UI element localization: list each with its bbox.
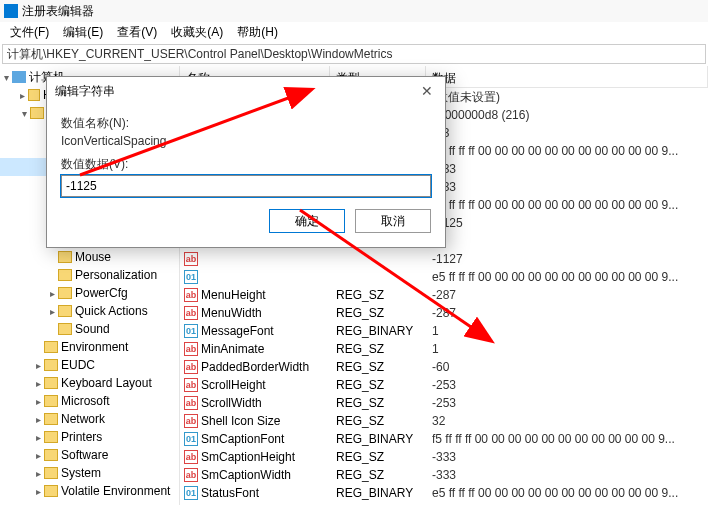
- tree-item[interactable]: ▸Quick Actions: [0, 302, 179, 320]
- folder-icon: [44, 431, 58, 443]
- value-row[interactable]: abSmCaptionHeightREG_SZ-333: [180, 448, 708, 466]
- value-row[interactable]: abPaddedBorderWidthREG_SZ-60: [180, 358, 708, 376]
- value-row[interactable]: 01StatusFontREG_BINARYe5 ff ff ff 00 00 …: [180, 484, 708, 502]
- menu-file[interactable]: 文件(F): [4, 22, 55, 43]
- value-name-readonly: IconVerticalSpacing: [61, 134, 431, 148]
- tree-item[interactable]: ▸Keyboard Layout: [0, 374, 179, 392]
- tree-item[interactable]: ▸EUDC: [0, 356, 179, 374]
- address-bar[interactable]: 计算机\HKEY_CURRENT_USER\Control Panel\Desk…: [2, 44, 706, 64]
- edit-string-dialog: 编辑字符串 ✕ 数值名称(N): IconVerticalSpacing 数值数…: [46, 76, 446, 248]
- tree-item[interactable]: ▸Microsoft: [0, 392, 179, 410]
- value-string-icon: ab: [184, 252, 198, 266]
- value-string-icon: ab: [184, 288, 198, 302]
- value-row[interactable]: 01SmCaptionFontREG_BINARYf5 ff ff ff 00 …: [180, 430, 708, 448]
- menubar: 文件(F) 编辑(E) 查看(V) 收藏夹(A) 帮助(H): [0, 22, 708, 42]
- menu-edit[interactable]: 编辑(E): [57, 22, 109, 43]
- value-string-icon: ab: [184, 414, 198, 428]
- folder-icon: [44, 413, 58, 425]
- value-binary-icon: 01: [184, 270, 198, 284]
- window-title: 注册表编辑器: [22, 3, 94, 20]
- tree-item[interactable]: ▸PowerCfg: [0, 284, 179, 302]
- window-titlebar: 注册表编辑器: [0, 0, 708, 22]
- value-string-icon: ab: [184, 342, 198, 356]
- value-row[interactable]: abScrollHeightREG_SZ-253: [180, 376, 708, 394]
- value-row[interactable]: abMenuWidthREG_SZ-287: [180, 304, 708, 322]
- tree-item[interactable]: Sound: [0, 320, 179, 338]
- value-row[interactable]: ab-1127: [180, 250, 708, 268]
- folder-icon: [44, 359, 58, 371]
- cancel-button[interactable]: 取消: [355, 209, 431, 233]
- folder-icon: [58, 305, 72, 317]
- value-row[interactable]: 01MessageFontREG_BINARY1: [180, 322, 708, 340]
- value-row[interactable]: abMinAnimateREG_SZ1: [180, 340, 708, 358]
- value-binary-icon: 01: [184, 432, 198, 446]
- folder-icon: [58, 287, 72, 299]
- value-binary-icon: 01: [184, 486, 198, 500]
- tree-item[interactable]: ▸Volatile Environment: [0, 482, 179, 500]
- value-name-label: 数值名称(N):: [61, 115, 431, 132]
- folder-icon: [44, 449, 58, 461]
- menu-favorites[interactable]: 收藏夹(A): [165, 22, 229, 43]
- value-data-input[interactable]: [61, 175, 431, 197]
- folder-icon: [28, 89, 40, 101]
- value-row[interactable]: abSmCaptionWidthREG_SZ-333: [180, 466, 708, 484]
- folder-icon: [58, 251, 72, 263]
- folder-icon: [44, 377, 58, 389]
- regedit-icon: [4, 4, 18, 18]
- folder-icon: [44, 395, 58, 407]
- menu-help[interactable]: 帮助(H): [231, 22, 284, 43]
- folder-icon: [44, 341, 58, 353]
- tree-item[interactable]: ▸Network: [0, 410, 179, 428]
- dialog-title: 编辑字符串: [55, 83, 115, 100]
- value-string-icon: ab: [184, 450, 198, 464]
- value-string-icon: ab: [184, 468, 198, 482]
- folder-icon: [30, 107, 44, 119]
- value-row[interactable]: abScrollWidthREG_SZ-253: [180, 394, 708, 412]
- value-string-icon: ab: [184, 360, 198, 374]
- menu-view[interactable]: 查看(V): [111, 22, 163, 43]
- value-row[interactable]: abShell Icon SizeREG_SZ32: [180, 412, 708, 430]
- tree-item[interactable]: Environment: [0, 338, 179, 356]
- tree-item[interactable]: ▸System: [0, 464, 179, 482]
- tree-item[interactable]: ▸Printers: [0, 428, 179, 446]
- ok-button[interactable]: 确定: [269, 209, 345, 233]
- col-data[interactable]: 数据: [426, 66, 708, 87]
- value-row[interactable]: 01e5 ff ff ff 00 00 00 00 00 00 00 00 00…: [180, 268, 708, 286]
- close-icon[interactable]: ✕: [417, 83, 437, 99]
- value-row[interactable]: abMenuHeightREG_SZ-287: [180, 286, 708, 304]
- folder-icon: [58, 269, 72, 281]
- tree-item[interactable]: ▸Software: [0, 446, 179, 464]
- folder-icon: [58, 323, 72, 335]
- folder-icon: [44, 485, 58, 497]
- tree-item[interactable]: Personalization: [0, 266, 179, 284]
- value-string-icon: ab: [184, 378, 198, 392]
- value-string-icon: ab: [184, 396, 198, 410]
- value-binary-icon: 01: [184, 324, 198, 338]
- value-data-label: 数值数据(V):: [61, 156, 431, 173]
- computer-icon: [12, 71, 26, 83]
- folder-icon: [44, 467, 58, 479]
- tree-item[interactable]: Mouse: [0, 248, 179, 266]
- value-string-icon: ab: [184, 306, 198, 320]
